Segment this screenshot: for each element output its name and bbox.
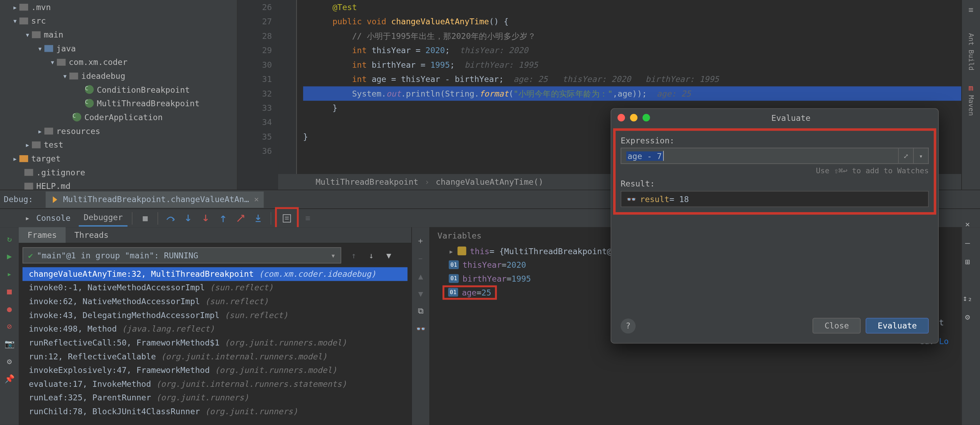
- stack-frame[interactable]: runLeaf:325, ParentRunner (org.junit.run…: [22, 391, 407, 405]
- expand-icon[interactable]: ⤢: [899, 148, 914, 164]
- stack-frame[interactable]: invoke0:-1, NativeMethodAccessorImpl (su…: [22, 281, 407, 295]
- layout-icon[interactable]: ▦: [137, 210, 153, 226]
- expression-input[interactable]: age - 7: [621, 148, 899, 164]
- help-button[interactable]: ?: [621, 318, 636, 333]
- duplicate-icon[interactable]: ⧉: [414, 304, 428, 318]
- close-button[interactable]: Close: [813, 318, 861, 334]
- add-watch-icon[interactable]: ＋: [414, 234, 428, 248]
- breadcrumb-item[interactable]: changeValueAtAnyTime(): [436, 177, 543, 187]
- tree-item[interactable]: ▸.mvn: [0, 0, 237, 14]
- stop-icon[interactable]: ■: [2, 284, 16, 298]
- evaluate-expression-button-highlight: [275, 207, 299, 230]
- resume-icon[interactable]: ▸: [2, 267, 16, 281]
- debug-left-toolbar: ↻ ▶ ▸ ■ ● ⊘ 📷 ⚙ 📌: [0, 227, 19, 425]
- right-tool-sidebar[interactable]: ≡ Ant Build m Maven: [961, 0, 980, 190]
- glasses-icon: 👓: [626, 195, 636, 204]
- pin-icon[interactable]: 📌: [2, 372, 16, 386]
- restore-layout-icon[interactable]: ↕₂: [959, 289, 976, 306]
- stack-frame[interactable]: runReflectiveCall:50, FrameworkMethod$1 …: [22, 336, 407, 350]
- evaluate-dialog[interactable]: Evaluate Expression: age - 7 ⤢ ▾ Use ⇧⌘↩…: [611, 108, 939, 344]
- dialog-titlebar[interactable]: Evaluate: [611, 109, 939, 126]
- console-tab-label[interactable]: Console: [37, 214, 71, 223]
- window-close-icon[interactable]: [617, 114, 625, 121]
- debug-label: Debug:: [4, 195, 33, 204]
- stack-frame[interactable]: invokeExplosively:47, FrameworkMethod (o…: [22, 364, 407, 377]
- settings-icon[interactable]: ⚙: [2, 354, 16, 368]
- stack-frame[interactable]: invoke:43, DelegatingMethodAccessorImpl …: [22, 309, 407, 323]
- filter-icon[interactable]: ▼: [381, 247, 397, 264]
- tree-item[interactable]: CCoderApplication: [0, 110, 237, 124]
- frames-tab[interactable]: Frames: [19, 227, 65, 243]
- remove-watch-icon[interactable]: －: [414, 252, 428, 266]
- debug-config-tab[interactable]: MultiThreadBreakpoint.changeValueAtAn… ×: [46, 191, 264, 208]
- stack-frame[interactable]: invoke:498, Method (java.lang.reflect): [22, 322, 407, 336]
- tree-item[interactable]: ▾main: [0, 27, 237, 41]
- expression-label: Expression:: [621, 136, 929, 145]
- tree-item[interactable]: HELP.md: [0, 179, 237, 190]
- svg-rect-0: [283, 214, 291, 222]
- project-tree[interactable]: ▸.mvn ▾src ▾main ▾java ▾com.xm.coder ▾id…: [0, 0, 237, 190]
- tree-item[interactable]: ▾java: [0, 41, 237, 55]
- step-out-icon[interactable]: [215, 210, 232, 226]
- tree-item[interactable]: ▾ideadebug: [0, 69, 237, 83]
- result-label: Result:: [621, 179, 929, 188]
- minimize-icon[interactable]: —: [959, 235, 976, 251]
- run-to-cursor-icon[interactable]: [250, 210, 267, 226]
- show-watches-icon[interactable]: 👓: [414, 321, 428, 336]
- view-breakpoints-icon[interactable]: ●: [2, 302, 16, 316]
- move-up-icon[interactable]: ▲: [414, 269, 428, 283]
- evaluate-expression-icon[interactable]: [279, 210, 296, 226]
- trace-icon[interactable]: ≡: [300, 210, 316, 226]
- hide-icon[interactable]: ×: [959, 216, 976, 232]
- move-down-icon[interactable]: ▼: [414, 286, 428, 300]
- prev-frame-icon[interactable]: ↑: [346, 247, 362, 264]
- evaluate-button[interactable]: Evaluate: [866, 318, 929, 334]
- modify-run-icon[interactable]: ▶: [2, 249, 16, 263]
- get-thread-dump-icon[interactable]: 📷: [2, 337, 16, 351]
- threads-tab[interactable]: Threads: [65, 227, 117, 243]
- tree-item[interactable]: ▾src: [0, 14, 237, 28]
- thread-selector[interactable]: ✔ "main"@1 in group "main": RUNNING ▾: [22, 247, 341, 264]
- drop-frame-icon[interactable]: [233, 210, 249, 226]
- tree-item[interactable]: CConditionBreakpoint: [0, 83, 237, 96]
- rerun-icon[interactable]: ↻: [2, 232, 16, 246]
- mute-breakpoints-icon[interactable]: ⊘: [2, 319, 16, 333]
- tree-item[interactable]: ▸resources: [0, 124, 237, 138]
- result-row[interactable]: 👓 result = 18: [621, 191, 929, 207]
- check-icon: ✔: [28, 251, 33, 260]
- window-minimize-icon[interactable]: [630, 114, 638, 121]
- step-into-icon[interactable]: [180, 210, 197, 226]
- history-dropdown-icon[interactable]: ▾: [914, 148, 929, 164]
- stack-frame[interactable]: run:12, ReflectiveCallable (org.junit.in…: [22, 350, 407, 364]
- stack-frame[interactable]: runChild:78, BlockJUnit4ClassRunner (org…: [22, 405, 407, 419]
- layout-settings-icon[interactable]: ⊞: [959, 254, 976, 270]
- close-icon[interactable]: ×: [254, 195, 259, 204]
- current-execution-line: System.out.println(String.format("小明今年的实…: [303, 86, 980, 101]
- stack-frames-list[interactable]: changeValueAtAnyTime:32, MultiThreadBrea…: [19, 267, 411, 419]
- tree-item[interactable]: CMultiThreadBreakpoint: [0, 96, 237, 110]
- tree-item[interactable]: ▾com.xm.coder: [0, 55, 237, 69]
- chevron-down-icon[interactable]: ▾: [331, 251, 336, 260]
- debugger-tab[interactable]: Debugger: [79, 210, 128, 226]
- breadcrumb-item[interactable]: MultiThreadBreakpoint: [315, 177, 418, 187]
- dialog-title: Evaluate: [650, 113, 932, 122]
- console-tab[interactable]: ▸: [19, 210, 36, 226]
- gear-icon[interactable]: ⚙: [959, 309, 976, 325]
- variables-toolbar: ＋ － ▲ ▼ ⧉ 👓: [411, 227, 430, 425]
- tree-item[interactable]: .gitignore: [0, 165, 237, 179]
- stack-frame[interactable]: evaluate:17, InvokeMethod (org.junit.int…: [22, 377, 407, 391]
- next-frame-icon[interactable]: ↓: [363, 247, 379, 264]
- stack-frame[interactable]: changeValueAtAnyTime:32, MultiThreadBrea…: [22, 267, 407, 281]
- tree-item[interactable]: ▸target: [0, 152, 237, 165]
- tree-item[interactable]: ▸test: [0, 138, 237, 152]
- step-over-icon[interactable]: [163, 210, 179, 226]
- window-maximize-icon[interactable]: [643, 114, 650, 121]
- stack-frame[interactable]: invoke:62, NativeMethodAccessorImpl (sun…: [22, 295, 407, 309]
- editor-gutter[interactable]: 26 27 28 29 30 31 32 33 34 35 36: [237, 0, 278, 190]
- force-step-into-icon[interactable]: [198, 210, 214, 226]
- hint-text: Use ⇧⌘↩ to add to Watches: [621, 166, 929, 175]
